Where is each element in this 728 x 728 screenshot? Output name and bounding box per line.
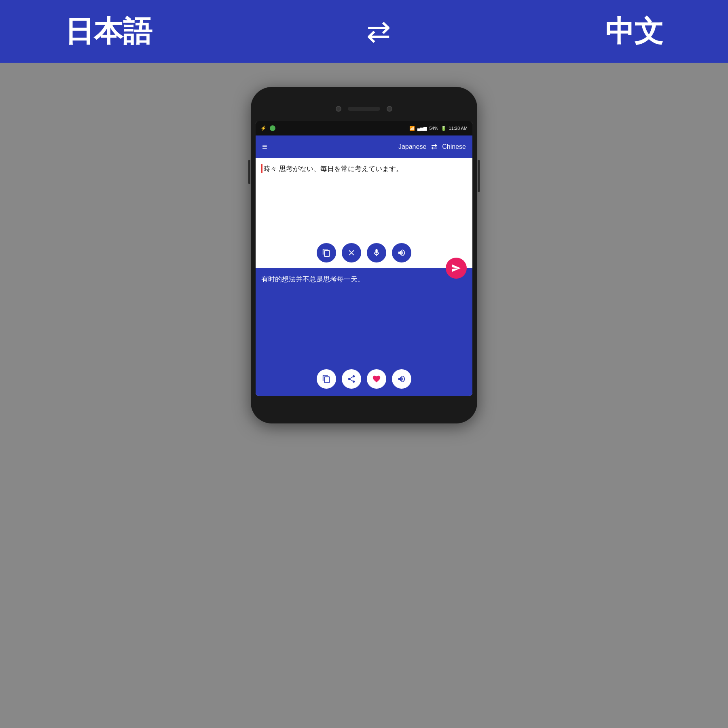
battery-text: 54% [429,126,438,131]
header-swap-icon[interactable]: ⇄ [366,15,391,49]
input-text[interactable]: 時々 思考がない、毎日を常に考えています。 [261,164,467,174]
battery-icon: 🔋 [441,126,447,131]
app-toolbar: ≡ Japanese ⇄ Chinese [256,135,472,158]
time-display: 11:28 AM [449,126,468,131]
copy-output-button[interactable] [317,369,336,389]
top-header: 日本語 ⇄ 中文 [0,0,728,63]
text-cursor [261,164,262,173]
microphone-button[interactable] [367,243,386,262]
output-area: 有时的想法并不总是思考每一天。 [256,268,472,365]
toolbar-source-lang[interactable]: Japanese [398,143,426,150]
header-lang-right[interactable]: 中文 [605,12,663,51]
speaker-output-button[interactable] [392,369,411,389]
earpiece [348,107,380,111]
signal-icon: ▄▅▆ [417,126,427,131]
phone-top-bar [256,98,472,119]
phone-screen: ⚡ 📶 ▄▅▆ 54% 🔋 11:28 AM ≡ Japanese ⇄ Chin… [256,121,472,396]
language-selector: Japanese ⇄ Chinese [398,142,466,151]
clipboard-button[interactable] [317,243,336,262]
hamburger-menu-icon[interactable]: ≡ [262,142,267,152]
phone-bottom-bar [256,396,472,412]
clear-button[interactable] [342,243,361,262]
front-camera [387,106,392,112]
output-text: 有时的想法并不总是思考每一天。 [261,274,467,285]
toolbar-target-lang[interactable]: Chinese [442,143,466,150]
status-bar: ⚡ 📶 ▄▅▆ 54% 🔋 11:28 AM [256,121,472,135]
speaker-input-button[interactable] [392,243,411,262]
favorite-button[interactable] [367,369,386,389]
wifi-icon: 📶 [409,126,415,131]
send-button[interactable] [446,258,467,279]
share-button[interactable] [342,369,361,389]
phone-frame: ⚡ 📶 ▄▅▆ 54% 🔋 11:28 AM ≡ Japanese ⇄ Chin… [251,87,477,423]
notification-icon [270,125,275,131]
background-area: ⚡ 📶 ▄▅▆ 54% 🔋 11:28 AM ≡ Japanese ⇄ Chin… [0,63,728,728]
volume-button [248,160,250,184]
status-left-icons: ⚡ [260,125,275,131]
usb-icon: ⚡ [260,125,267,131]
output-action-bar [256,365,472,396]
input-action-bar [256,239,472,268]
power-button [478,160,480,192]
input-area[interactable]: 時々 思考がない、毎日を常に考えています。 [256,158,472,239]
status-right-icons: 📶 ▄▅▆ 54% 🔋 11:28 AM [409,126,468,131]
camera-dot [336,106,341,112]
toolbar-swap-icon[interactable]: ⇄ [431,142,437,151]
header-lang-left[interactable]: 日本語 [65,12,152,51]
